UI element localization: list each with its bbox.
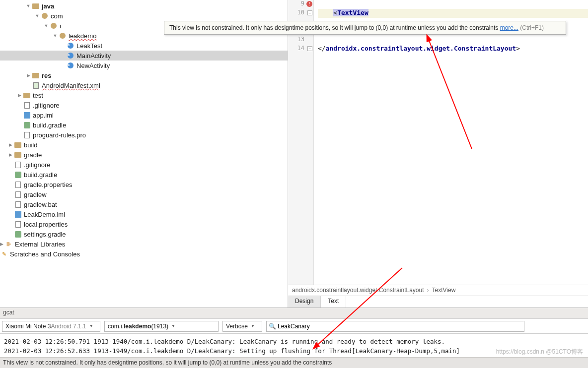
tree-node-localprops[interactable]: local.properties	[0, 219, 288, 229]
tree-node-res[interactable]: res	[0, 70, 288, 80]
tree-node-gradle[interactable]: gradle	[0, 150, 288, 160]
tree-node-com[interactable]: com	[0, 11, 288, 21]
breadcrumb[interactable]: androidx.constraintlayout.widget.Constra…	[288, 285, 588, 296]
log-level-dropdown[interactable]: Verbose▼	[222, 321, 262, 332]
fold-icon[interactable]: −	[307, 10, 312, 15]
editor-panel: 9! 10− 13 14− <TextView </androidx.const…	[288, 0, 588, 307]
tree-node-proguard[interactable]: proguard-rules.pro	[0, 130, 288, 140]
tree-node-external-libraries[interactable]: ⊪External Libraries	[0, 239, 288, 249]
tree-node-test[interactable]: test	[0, 90, 288, 100]
editor-code[interactable]: <TextView </androidx.constraintlayout.wi…	[314, 0, 588, 285]
logcat-search[interactable]: 🔍	[266, 321, 524, 332]
line-number: 14	[297, 45, 304, 52]
chevron-down-icon: ▼	[89, 324, 93, 328]
tab-design[interactable]: Design	[288, 296, 321, 307]
tooltip-shortcut: (Ctrl+F1)	[518, 24, 544, 31]
tree-node-manifest[interactable]: AndroidManifest.xml	[0, 80, 288, 90]
tree-node-leaktest[interactable]: cLeakTest	[0, 41, 288, 51]
breadcrumb-item[interactable]: TextView	[432, 287, 456, 294]
editor-gutter[interactable]: 9! 10− 13 14−	[288, 0, 314, 285]
logcat-toolbar: Xiaomi Mi Note 3 Android 7.1.1▼ com.i.le…	[0, 319, 588, 334]
tree-node-gitignore2[interactable]: .gitignore	[0, 160, 288, 170]
tooltip-text: This view is not constrained. It only ha…	[169, 24, 500, 31]
tree-node-leakdemoiml[interactable]: LeakDemo.iml	[0, 209, 288, 219]
tree-node-gradlew[interactable]: gradlew	[0, 189, 288, 199]
project-tree[interactable]: java com i leakdemo cLeakTest cMainActiv…	[0, 0, 288, 307]
breadcrumb-item[interactable]: androidx.constraintlayout.widget.Constra…	[292, 287, 424, 294]
tree-node-gradlewbat[interactable]: gradlew.bat	[0, 199, 288, 209]
process-dropdown[interactable]: com.i.leakdemo (1913)▼	[104, 321, 219, 332]
tooltip-more-link[interactable]: more...	[500, 24, 518, 31]
line-number: 10	[297, 9, 304, 16]
tree-node-newactivity[interactable]: cNewActivity	[0, 61, 288, 70]
logcat-search-input[interactable]	[278, 323, 522, 330]
tree-node-buildgradle2[interactable]: build.gradle	[0, 170, 288, 180]
tree-node-mainactivity[interactable]: cMainActivity	[0, 51, 288, 61]
tree-node-settingsgradle[interactable]: settings.gradle	[0, 229, 288, 239]
search-icon: 🔍	[269, 323, 276, 330]
status-bar: This view is not constrained. It only ha…	[0, 357, 588, 368]
tree-node-buildgradle[interactable]: build.gradle	[0, 120, 288, 130]
logcat-title: gcat	[0, 308, 588, 319]
chevron-right-icon: ›	[427, 287, 429, 294]
chevron-down-icon: ▼	[171, 324, 175, 328]
tree-node-appiml[interactable]: app.iml	[0, 110, 288, 120]
line-number: 13	[297, 36, 304, 43]
tree-node-java[interactable]: java	[0, 1, 288, 11]
device-dropdown[interactable]: Xiaomi Mi Note 3 Android 7.1.1▼	[2, 321, 100, 332]
tab-text[interactable]: Text	[321, 296, 346, 307]
log-line[interactable]: 2021-02-03 12:26:50.791 1913-1940/com.i.…	[4, 337, 584, 346]
tree-node-gitignore[interactable]: .gitignore	[0, 100, 288, 110]
tree-node-gradleprops[interactable]: gradle.properties	[0, 180, 288, 189]
tree-node-build[interactable]: build	[0, 140, 288, 150]
inspection-tooltip: This view is not constrained. It only ha…	[164, 21, 566, 35]
editor-tabs: Design Text	[288, 296, 588, 307]
chevron-down-icon: ▼	[251, 324, 255, 328]
tree-node-scratches[interactable]: ✎Scratches and Consoles	[0, 249, 288, 259]
fold-icon[interactable]: −	[307, 46, 312, 51]
error-icon[interactable]: !	[306, 1, 312, 7]
watermark: https://blog.csdn.n @51CTO博客	[496, 348, 583, 356]
line-number: 9	[301, 0, 304, 7]
